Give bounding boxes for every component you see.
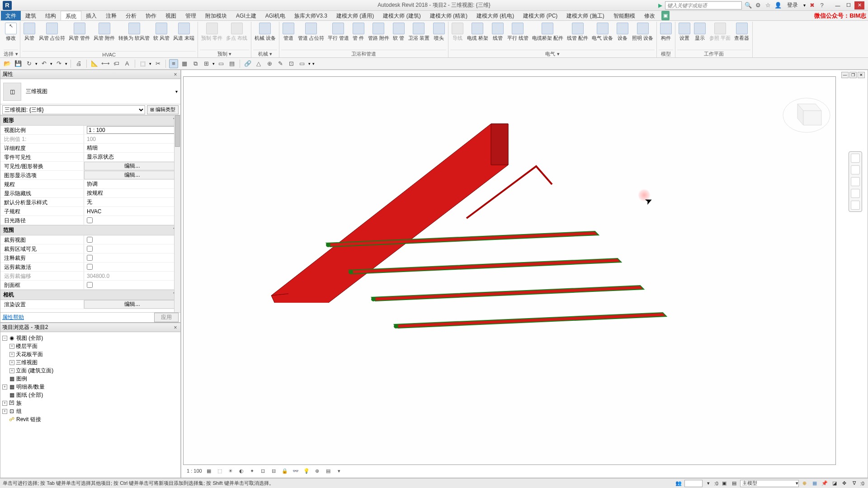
tree-legends[interactable]: 图例 (16, 375, 27, 383)
sel-link-icon[interactable]: ⊕ (801, 480, 809, 487)
tree-toggle[interactable]: + (9, 344, 14, 349)
pipe-accessory-button[interactable]: 管路 附件 (367, 22, 391, 42)
viewer-button[interactable]: 查看器 (733, 22, 750, 42)
help-icon[interactable]: ? (818, 2, 826, 9)
tree-links[interactable]: Revit 链接 (16, 416, 41, 423)
tab-collab[interactable]: 协作 (141, 11, 161, 20)
tab-jm2[interactable]: 建模大师 (建筑) (378, 11, 425, 20)
qat-join-icon[interactable]: ▭ (297, 59, 307, 68)
subdiscipline-value[interactable]: HVAC (84, 207, 180, 216)
tree-toggle[interactable]: + (2, 401, 7, 406)
properties-scrollbar[interactable] (174, 115, 180, 312)
user-icon[interactable]: 👤 (774, 2, 782, 9)
qat-close-hidden-icon[interactable]: ▦ (180, 59, 189, 68)
duct-placeholder-button[interactable]: 风管 占位符 (38, 22, 66, 42)
instance-filter-select[interactable]: 三维视图: {三维} (2, 105, 145, 114)
workset-icon[interactable]: 👥 (675, 480, 683, 487)
apply-button[interactable]: 应用 (154, 313, 179, 322)
minimize-button[interactable]: — (833, 1, 843, 9)
modify-button[interactable]: ↖修改 (4, 22, 18, 42)
visual-style-icon[interactable]: ⬚ (216, 467, 224, 474)
qat-3d-icon[interactable]: ⬚ (138, 59, 147, 68)
device-button[interactable]: 设备 (615, 22, 630, 42)
qat-tag-icon[interactable]: 🏷 (112, 59, 121, 68)
analysis-style-value[interactable]: 无 (84, 198, 180, 206)
duct-fitting-button[interactable]: 风管 管件 (67, 22, 91, 42)
qat-section-icon[interactable]: ✂ (153, 59, 162, 68)
plumbing-fixture-button[interactable]: 卫浴 装置 (407, 22, 431, 42)
tab-view[interactable]: 视图 (161, 11, 181, 20)
search-icon[interactable]: 🔍 (745, 2, 752, 9)
mech-equip-button[interactable]: 机械 设备 (253, 22, 277, 42)
qat-sync-icon[interactable]: ↻ (24, 59, 33, 68)
more-icon[interactable]: ▾ (335, 467, 343, 474)
qat-paint-icon[interactable]: ✎ (276, 59, 285, 68)
view-close-icon[interactable]: ✕ (858, 72, 865, 78)
exchange-icon[interactable]: ✖ (808, 2, 816, 9)
convert-flex-button[interactable]: 转换为 软风管 (117, 22, 151, 42)
analytical-icon[interactable]: ⊕ (313, 467, 321, 474)
main-model-combo[interactable]: 主模型▾ (740, 480, 799, 487)
sel-pinned-icon[interactable]: 📌 (821, 480, 829, 487)
view-scale-label[interactable]: 1 : 100 (187, 468, 202, 474)
qat-undo-icon[interactable]: ↶ (39, 59, 48, 68)
tree-toggle[interactable]: + (9, 352, 14, 357)
nav-zoom-icon[interactable] (851, 177, 860, 186)
sunpath-checkbox[interactable] (87, 217, 93, 223)
qat-switch-win-icon[interactable]: ⧉ (191, 59, 200, 68)
tab-help-icon[interactable]: ▣ (661, 11, 670, 20)
close-button[interactable]: ✕ (854, 1, 864, 9)
tab-addins[interactable]: 附加模块 (201, 11, 231, 20)
tree-toggle[interactable]: − (2, 336, 7, 341)
view-minimize-icon[interactable]: — (841, 72, 849, 78)
flex-duct-button[interactable]: 软 风管 (152, 22, 171, 42)
hidden-lines-value[interactable]: 按规程 (84, 189, 180, 197)
qat-open-icon[interactable]: 📂 (3, 59, 12, 68)
far-clip-checkbox[interactable] (87, 264, 93, 270)
tab-arch[interactable]: 建筑 (21, 11, 41, 20)
pipe-placeholder-button[interactable]: 管道 占位符 (297, 22, 326, 42)
qat-split-icon[interactable]: ⊡ (287, 59, 296, 68)
duct-accessory-button[interactable]: 风管 附件 (92, 22, 116, 42)
nav-wheel-icon[interactable] (851, 154, 860, 163)
air-terminal-button[interactable]: 风道 末端 (172, 22, 196, 42)
tab-jm5[interactable]: 建模大师 (PC) (519, 11, 562, 20)
tree-3dviews[interactable]: 三维视图 (16, 359, 38, 366)
tree-sheets[interactable]: 图纸 (全部) (16, 391, 43, 399)
crop-view-checkbox[interactable] (87, 237, 93, 243)
tab-smart[interactable]: 智能翻模 (609, 11, 640, 20)
tree-floorplans[interactable]: 楼层平面 (16, 343, 38, 350)
elec-equip-button[interactable]: 电气 设备 (590, 22, 614, 42)
drawing-canvas[interactable]: ➤ (183, 76, 836, 465)
detail-level-value[interactable]: 精细 (84, 144, 180, 152)
sel-underlay-icon[interactable]: ▦ (811, 480, 819, 487)
tab-annotate[interactable]: 注释 (101, 11, 121, 20)
shadows-icon[interactable]: ◐ (237, 467, 245, 474)
tree-ceilingplans[interactable]: 天花板平面 (16, 351, 43, 358)
tab-insert[interactable]: 插入 (81, 11, 101, 20)
tab-jm3[interactable]: 建模大师 (精装) (425, 11, 472, 20)
tree-elevations[interactable]: 立面 (建筑立面) (16, 367, 53, 375)
maximize-button[interactable]: ☐ (844, 1, 854, 9)
temp-hide-icon[interactable]: 👓 (292, 467, 300, 474)
tab-jm1[interactable]: 建模大师 (通用) (332, 11, 378, 20)
tree-schedules[interactable]: 明细表/数量 (16, 383, 45, 391)
nav-orbit-icon[interactable] (851, 189, 860, 198)
qat-dim-icon[interactable]: ⟷ (101, 59, 110, 68)
login-link[interactable]: 登录 (787, 1, 798, 9)
component-button[interactable]: 构件 (659, 22, 673, 42)
type-selector[interactable]: ◫ 三维视图 ▾ (0, 79, 180, 104)
tree-groups[interactable]: 组 (16, 408, 22, 415)
discipline-value[interactable]: 协调 (84, 180, 180, 188)
qat-thin-lines-icon[interactable]: ≡ (169, 59, 178, 68)
tab-agi2[interactable]: AGI机电 (261, 11, 290, 20)
properties-close-icon[interactable]: × (172, 71, 179, 78)
flex-pipe-button[interactable]: 软 管 (392, 22, 406, 42)
tab-manage[interactable]: 管理 (181, 11, 201, 20)
tab-analyze[interactable]: 分析 (121, 11, 141, 20)
view-cube[interactable] (782, 93, 831, 133)
crop-region-checkbox[interactable] (87, 246, 93, 252)
tree-toggle[interactable]: + (9, 360, 14, 365)
qat-redo-icon[interactable]: ↷ (54, 59, 63, 68)
render-icon[interactable]: ✦ (248, 467, 256, 474)
